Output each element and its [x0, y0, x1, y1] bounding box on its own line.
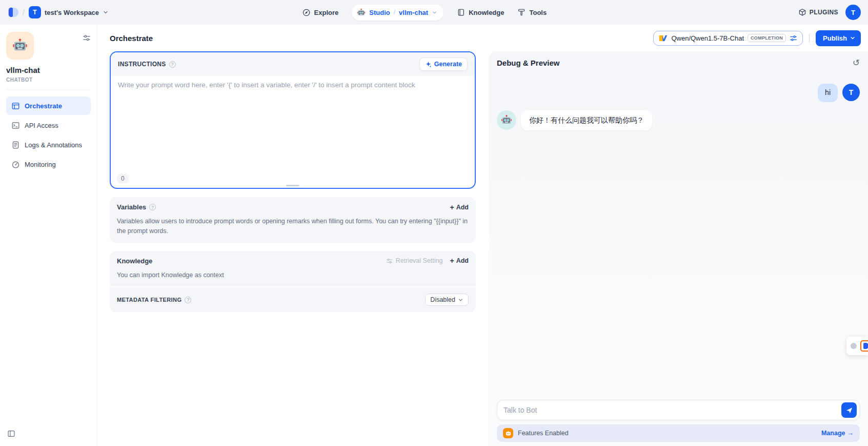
help-icon[interactable]: ? — [185, 297, 191, 303]
generate-button[interactable]: Generate — [419, 57, 468, 71]
nav-explore-label: Explore — [314, 9, 339, 16]
knowledge-description: You can import Knowledge as context — [117, 270, 469, 280]
publish-label: Publish — [823, 34, 847, 42]
content-area: vllm-chat CHATBOT Orchestrate — [0, 25, 868, 446]
app-settings-icon[interactable] — [83, 34, 91, 44]
vllm-logo — [659, 34, 668, 43]
chat-footer: Features Enabled Manage → — [489, 400, 868, 446]
instructions-body: 0 — [111, 76, 475, 188]
variables-description: Variables allow users to introduce promp… — [117, 217, 469, 237]
sidebar-item-label: Monitoring — [25, 161, 56, 168]
dify-logo-icon — [7, 6, 18, 18]
add-variable-button[interactable]: + Add — [450, 204, 469, 211]
send-button[interactable] — [841, 402, 857, 418]
app-window: / T test's Workspace Explore — [0, 0, 868, 446]
nav-studio-label: Studio — [369, 9, 390, 16]
widget-dot-icon — [851, 343, 857, 349]
panel-left-icon — [7, 430, 15, 438]
sidebar-item-api-access[interactable]: API Access — [6, 116, 91, 134]
model-config-icon — [790, 34, 797, 42]
widget-app-icon[interactable] — [860, 340, 868, 352]
plus-icon: + — [450, 204, 454, 211]
chat-input-container — [497, 400, 860, 420]
collapse-sidebar-button[interactable] — [7, 430, 15, 440]
model-mode-badge: COMPLETION — [748, 34, 786, 42]
dify-logo[interactable] — [7, 6, 18, 18]
variables-header: Variables ? + Add — [117, 203, 469, 211]
paper-plane-icon — [845, 406, 853, 414]
plugins-icon — [798, 8, 806, 16]
bot-message-bubble: 你好！有什么问题我可以帮助你吗？ — [521, 110, 652, 131]
chat-area: hi T — [489, 72, 868, 400]
debug-header: Debug & Preview ↺ — [489, 51, 868, 72]
app-type-label: CHATBOT — [6, 77, 91, 83]
orchestrate-icon — [11, 102, 20, 110]
features-enabled-label: Features Enabled — [518, 430, 569, 437]
workspace-selector[interactable]: T test's Workspace — [29, 6, 109, 18]
app-icon[interactable] — [6, 32, 34, 60]
sidebar-item-logs-annotations[interactable]: Logs & Annotations — [6, 135, 91, 154]
studio-robot-icon — [357, 8, 366, 17]
sidebar-item-monitoring[interactable]: Monitoring — [6, 155, 91, 173]
sidebar-item-label: Logs & Annotations — [25, 141, 82, 149]
chevron-down-icon — [103, 9, 109, 15]
user-avatar[interactable]: T — [845, 5, 861, 20]
retrieval-setting-button[interactable]: Retrieval Setting — [386, 257, 443, 264]
metadata-filtering-toggle[interactable]: Disabled — [425, 294, 469, 306]
generate-label: Generate — [434, 61, 462, 68]
chat-input[interactable] — [503, 406, 841, 414]
chat-message-assistant: 你好！有什么问题我可以帮助你吗？ — [497, 110, 860, 131]
restart-conversation-icon[interactable]: ↺ — [853, 59, 860, 67]
features-bar: Features Enabled Manage → — [497, 424, 860, 442]
instructions-title: INSTRUCTIONS — [118, 61, 166, 68]
debug-preview-panel: Debug & Preview ↺ hi T — [489, 51, 868, 446]
nav-tools[interactable]: Tools — [517, 8, 547, 16]
page-title: Orchestrate — [110, 34, 153, 43]
chat-message-user: hi T — [497, 84, 860, 102]
nav-knowledge[interactable]: Knowledge — [457, 8, 504, 16]
publish-button[interactable]: Publish — [816, 30, 861, 46]
workspace-avatar: T — [29, 6, 41, 18]
features-robot-icon — [503, 428, 513, 438]
retrieval-sliders-icon — [386, 258, 393, 264]
robot-icon — [12, 38, 28, 53]
nav-current-app-label: vllm-chat — [399, 9, 428, 16]
variables-panel: Variables ? + Add Variables allow users … — [110, 197, 476, 243]
sidebar-menu: Orchestrate API Access — [6, 96, 91, 173]
plugins-label: PLUGINS — [810, 9, 838, 16]
nav-explore[interactable]: Explore — [302, 8, 339, 17]
chevron-down-icon — [432, 10, 437, 15]
help-icon[interactable]: ? — [149, 204, 156, 210]
help-icon[interactable]: ? — [169, 61, 176, 68]
debug-title: Debug & Preview — [497, 59, 560, 67]
app-name: vllm-chat — [6, 66, 91, 74]
resize-handle[interactable] — [286, 185, 299, 186]
user-message-bubble: hi — [818, 84, 838, 102]
nav-studio-pill[interactable]: Studio / vllm-chat — [352, 5, 443, 21]
add-knowledge-button[interactable]: + Add — [450, 257, 469, 264]
arrow-right-icon: → — [847, 430, 854, 437]
sidebar-item-label: Orchestrate — [25, 102, 62, 110]
sidebar-app-header — [6, 32, 91, 60]
bot-avatar — [497, 110, 516, 130]
robot-icon — [501, 114, 512, 126]
browser-extension-widget[interactable] — [846, 337, 868, 355]
knowledge-header: Knowledge Retrieval Settin — [117, 257, 469, 265]
variables-title: Variables — [117, 203, 146, 211]
instructions-input[interactable] — [111, 76, 475, 188]
api-access-icon — [11, 121, 20, 130]
sliders-icon — [83, 34, 91, 42]
toolbar-divider — [809, 34, 810, 42]
plugins-button[interactable]: PLUGINS — [798, 8, 838, 16]
logs-icon — [11, 141, 20, 149]
manage-features-link[interactable]: Manage → — [821, 430, 854, 437]
add-label: Add — [456, 204, 469, 211]
main-navigation: Explore Studio / vllm-chat — [302, 0, 547, 25]
model-selector[interactable]: Qwen/Qwen1.5-7B-Chat COMPLETION — [653, 31, 803, 46]
work-row: INSTRUCTIONS ? Generate — [97, 51, 868, 446]
main-area: Orchestrate Qwen/Qwen1.5-7B-Chat COMPLET… — [97, 25, 868, 446]
instructions-panel: INSTRUCTIONS ? Generate — [110, 51, 476, 189]
sidebar-item-orchestrate[interactable]: Orchestrate — [6, 96, 91, 115]
metadata-filtering-row: METADATA FILTERING ? Disabled — [110, 287, 476, 312]
metadata-filtering-value: Disabled — [430, 296, 455, 303]
